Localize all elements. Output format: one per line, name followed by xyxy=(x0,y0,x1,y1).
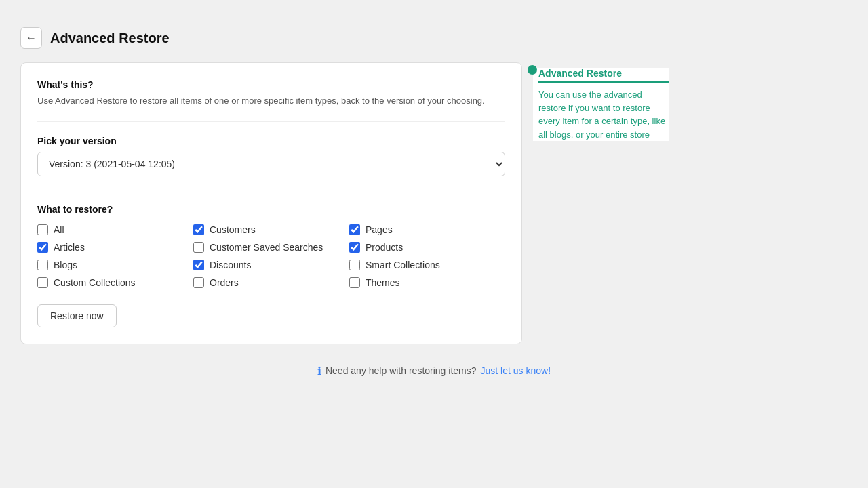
checkbox-label: Discounts xyxy=(210,260,251,270)
list-item: Discounts xyxy=(193,260,349,270)
tooltip-panel: Advanced Restore You can use the advance… xyxy=(533,62,669,141)
list-item: Orders xyxy=(193,277,349,288)
whats-this-section: What's this? Use Advanced Restore to res… xyxy=(37,79,505,108)
checkbox-label: Custom Collections xyxy=(54,277,136,288)
checkbox-label: Products xyxy=(366,242,403,253)
checkbox-products[interactable] xyxy=(349,242,360,253)
checkbox-label: Smart Collections xyxy=(366,260,440,270)
pick-version-label: Pick your version xyxy=(37,136,505,146)
divider-1 xyxy=(37,121,505,122)
info-icon: ℹ xyxy=(317,365,321,378)
checkbox-smart-collections[interactable] xyxy=(349,260,360,270)
checkbox-label: Orders xyxy=(210,277,239,288)
back-icon: ← xyxy=(26,32,37,44)
tooltip-description: You can use the advanced restore if you … xyxy=(538,88,669,141)
checkbox-label: Articles xyxy=(54,242,85,253)
list-item: Smart Collections xyxy=(349,260,505,270)
back-button[interactable]: ← xyxy=(20,27,42,49)
what-to-restore-section: What to restore? AllCustomersPagesArticl… xyxy=(37,204,505,288)
checkbox-all[interactable] xyxy=(37,224,48,235)
tooltip-title: Advanced Restore xyxy=(538,68,669,83)
checkbox-label: Customers xyxy=(210,224,256,235)
list-item: Blogs xyxy=(37,260,193,270)
tooltip-content: Advanced Restore You can use the advance… xyxy=(533,68,669,141)
checkbox-label: Themes xyxy=(366,277,400,288)
divider-2 xyxy=(37,190,505,190)
whats-this-title: What's this? xyxy=(37,79,505,90)
main-card: What's this? Use Advanced Restore to res… xyxy=(20,62,522,344)
checkbox-discounts[interactable] xyxy=(193,260,204,270)
list-item: Articles xyxy=(37,242,193,253)
checkbox-label: All xyxy=(54,224,64,235)
list-item: Custom Collections xyxy=(37,277,193,288)
checkboxes-grid: AllCustomersPagesArticlesCustomer Saved … xyxy=(37,224,505,288)
checkbox-customer-saved-searches[interactable] xyxy=(193,242,204,253)
list-item: Customer Saved Searches xyxy=(193,242,349,253)
version-select[interactable]: Version: 3 (2021-05-04 12:05) xyxy=(37,152,505,176)
what-to-restore-label: What to restore? xyxy=(37,204,505,215)
list-item: Products xyxy=(349,242,505,253)
checkbox-label: Blogs xyxy=(54,260,77,270)
checkbox-blogs[interactable] xyxy=(37,260,48,270)
checkbox-label: Customer Saved Searches xyxy=(210,242,323,253)
whats-this-desc: Use Advanced Restore to restore all item… xyxy=(37,94,505,108)
list-item: Themes xyxy=(349,277,505,288)
pick-version-section: Pick your version Version: 3 (2021-05-04… xyxy=(37,136,505,176)
restore-now-button[interactable]: Restore now xyxy=(37,304,117,327)
checkbox-custom-collections[interactable] xyxy=(37,277,48,288)
help-text: Need any help with restoring items? xyxy=(326,365,477,376)
checkbox-orders[interactable] xyxy=(193,277,204,288)
checkbox-themes[interactable] xyxy=(349,277,360,288)
page-title: Advanced Restore xyxy=(50,30,170,46)
checkbox-label: Pages xyxy=(366,224,393,235)
list-item: Customers xyxy=(193,224,349,235)
help-link[interactable]: Just let us know! xyxy=(481,365,551,376)
checkbox-articles[interactable] xyxy=(37,242,48,253)
list-item: All xyxy=(37,224,193,235)
help-bar: ℹ Need any help with restoring items? Ju… xyxy=(20,365,848,378)
tooltip-dot xyxy=(528,65,537,75)
list-item: Pages xyxy=(349,224,505,235)
checkbox-pages[interactable] xyxy=(349,224,360,235)
checkbox-customers[interactable] xyxy=(193,224,204,235)
